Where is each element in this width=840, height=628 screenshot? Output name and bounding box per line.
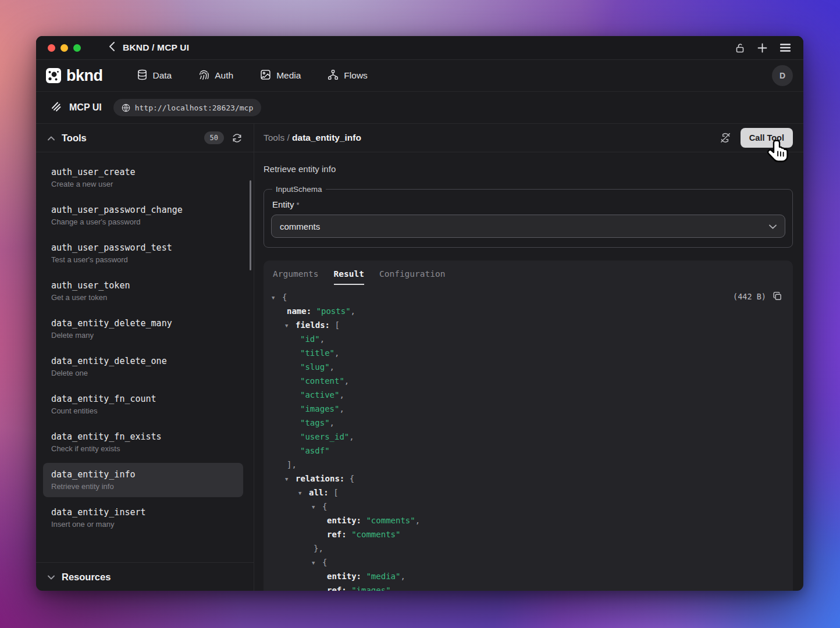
server-url-pill[interactable]: http://localhost:28623/mcp bbox=[113, 99, 262, 116]
json-line[interactable]: ref: "images" bbox=[264, 583, 793, 591]
tab-result[interactable]: Result bbox=[334, 269, 364, 285]
lock-open-icon[interactable] bbox=[735, 43, 745, 53]
json-line[interactable]: name: "posts", bbox=[264, 304, 793, 318]
call-tool-button[interactable]: Call Tool bbox=[741, 128, 793, 148]
tool-name: data_entity_info bbox=[51, 469, 235, 480]
tool-name: data_entity_fn_count bbox=[51, 394, 235, 404]
json-line[interactable]: "title", bbox=[264, 346, 793, 360]
tool-description: Check if entity exists bbox=[51, 444, 235, 453]
collapse-triangle-icon[interactable]: ▼ bbox=[285, 472, 296, 486]
minimize-window-button[interactable] bbox=[60, 44, 68, 52]
tool-list-item-data_entity_delete_one[interactable]: data_entity_delete_oneDelete one bbox=[43, 349, 243, 384]
entity-select[interactable]: comments bbox=[271, 215, 785, 238]
nav-item-data[interactable]: Data bbox=[137, 69, 172, 83]
breadcrumb-tools-link[interactable]: Tools bbox=[264, 133, 284, 142]
json-line[interactable]: "active", bbox=[264, 388, 793, 402]
json-line[interactable]: ▼relations: { bbox=[264, 472, 793, 486]
tool-list-item-data_entity_insert[interactable]: data_entity_insertInsert one or many bbox=[43, 501, 243, 535]
primary-nav: DataAuthMediaFlows bbox=[137, 69, 368, 83]
tab-arguments[interactable]: Arguments bbox=[273, 269, 319, 285]
json-tree[interactable]: ▼{name: "posts",▼fields: ["id","title","… bbox=[264, 290, 793, 591]
nav-item-media[interactable]: Media bbox=[260, 69, 301, 83]
copy-result-button[interactable] bbox=[773, 291, 782, 301]
collapse-triangle-icon[interactable]: ▼ bbox=[285, 319, 296, 333]
tool-name: data_entity_insert bbox=[51, 507, 235, 518]
json-line[interactable]: "id", bbox=[264, 332, 793, 346]
json-line[interactable]: "asdf" bbox=[264, 444, 793, 458]
result-card: ArgumentsResultConfiguration (442 B) bbox=[264, 261, 793, 591]
json-line[interactable]: }, bbox=[264, 541, 793, 555]
sidebar-scrollbar[interactable] bbox=[250, 180, 251, 270]
app-nav-bar: bknd DataAuthMediaFlows D bbox=[36, 60, 803, 92]
tools-section-header[interactable]: Tools 50 bbox=[36, 124, 254, 152]
back-button[interactable] bbox=[105, 42, 118, 54]
fingerprint-icon bbox=[198, 69, 209, 83]
tool-description: Retrieve entity info bbox=[264, 164, 794, 174]
user-avatar[interactable]: D bbox=[772, 65, 793, 86]
collapse-triangle-icon[interactable]: ▼ bbox=[312, 556, 322, 570]
collapse-triangle-icon[interactable]: ▼ bbox=[272, 291, 282, 305]
tool-list-item-auth_user_token[interactable]: auth_user_tokenGet a user token bbox=[43, 274, 243, 308]
tool-name: auth_user_create bbox=[51, 167, 235, 177]
json-line[interactable]: "slug", bbox=[264, 360, 793, 374]
tool-description: Test a user's password bbox=[51, 255, 235, 264]
menu-icon[interactable] bbox=[780, 44, 791, 52]
tool-list-item-data_entity_fn_count[interactable]: data_entity_fn_countCount entities bbox=[43, 387, 243, 422]
zoom-window-button[interactable] bbox=[73, 44, 81, 52]
tool-list-item-data_entity_info[interactable]: data_entity_infoRetrieve entity info bbox=[43, 463, 243, 497]
nav-item-label: Flows bbox=[344, 70, 367, 81]
json-line[interactable]: "users_id", bbox=[264, 430, 793, 444]
json-line[interactable]: ], bbox=[264, 458, 793, 472]
json-line[interactable]: entity: "comments", bbox=[264, 513, 793, 527]
mcp-ui-title: MCP UI bbox=[69, 102, 102, 113]
tool-list-item-auth_user_password_change[interactable]: auth_user_password_changeChange a user's… bbox=[43, 198, 243, 233]
tool-description: Get a user token bbox=[51, 293, 235, 302]
chevron-up-icon bbox=[48, 133, 55, 143]
entity-select-value: comments bbox=[280, 222, 320, 231]
tab-configuration[interactable]: Configuration bbox=[379, 269, 446, 285]
json-line[interactable]: ▼all: [ bbox=[264, 486, 793, 499]
json-line[interactable]: ▼{ bbox=[264, 499, 793, 513]
tool-list-item-auth_user_password_test[interactable]: auth_user_password_testTest a user's pas… bbox=[43, 236, 243, 270]
tool-description: Delete many bbox=[51, 331, 235, 340]
json-line[interactable]: "content", bbox=[264, 374, 793, 388]
tool-name: auth_user_token bbox=[51, 280, 235, 291]
refresh-icon bbox=[232, 133, 242, 143]
json-line[interactable]: ▼{ bbox=[264, 555, 793, 569]
chevron-down-icon bbox=[769, 221, 777, 231]
json-line[interactable]: entity: "media", bbox=[264, 569, 793, 583]
collapse-triangle-icon[interactable]: ▼ bbox=[298, 486, 309, 500]
tools-count-badge: 50 bbox=[204, 131, 224, 144]
brand-logo[interactable]: bknd bbox=[45, 67, 103, 85]
entity-field-label: Entity* bbox=[272, 199, 785, 209]
json-line[interactable]: ▼{ bbox=[264, 290, 793, 304]
mcp-bar: MCP UI http://localhost:28623/mcp bbox=[36, 92, 803, 124]
tool-list-item-data_entity_delete_many[interactable]: data_entity_delete_manyDelete many bbox=[43, 312, 243, 346]
json-result-viewer: (442 B) ▼{name: "posts",▼fields: ["id","… bbox=[264, 285, 793, 591]
tool-name: data_entity_delete_many bbox=[51, 318, 235, 329]
json-line[interactable]: ref: "comments" bbox=[264, 527, 793, 541]
refresh-tools-button[interactable] bbox=[232, 133, 242, 143]
json-line[interactable]: ▼fields: [ bbox=[264, 318, 793, 332]
collapse-triangle-icon[interactable]: ▼ bbox=[312, 500, 322, 514]
auto-refresh-off-button[interactable] bbox=[720, 132, 731, 144]
tool-list-item-data_entity_fn_exists[interactable]: data_entity_fn_existsCheck if entity exi… bbox=[43, 425, 243, 459]
result-tabs: ArgumentsResultConfiguration bbox=[264, 261, 793, 285]
new-tab-icon[interactable] bbox=[757, 43, 767, 53]
nav-item-auth[interactable]: Auth bbox=[198, 69, 233, 83]
tools-list: auth_user_createCreate a new userauth_us… bbox=[36, 152, 254, 562]
resources-section-header[interactable]: Resources bbox=[36, 562, 254, 591]
traffic-lights bbox=[48, 44, 81, 52]
input-schema-legend: InputSchema bbox=[272, 185, 326, 194]
tool-detail-header: Tools / data_entity_info Call Tool bbox=[254, 124, 803, 152]
close-window-button[interactable] bbox=[48, 44, 55, 52]
breadcrumb-current-tool: data_entity_info bbox=[292, 133, 361, 142]
json-line[interactable]: "images", bbox=[264, 402, 793, 416]
nav-item-flows[interactable]: Flows bbox=[328, 69, 367, 83]
input-schema-fieldset: InputSchema Entity* comments bbox=[264, 185, 793, 248]
json-line[interactable]: "tags", bbox=[264, 416, 793, 430]
tool-description: Insert one or many bbox=[51, 520, 235, 529]
tool-name: data_entity_fn_exists bbox=[51, 431, 235, 442]
tool-list-item-auth_user_create[interactable]: auth_user_createCreate a new user bbox=[43, 160, 243, 195]
tool-description: Create a new user bbox=[51, 180, 235, 188]
